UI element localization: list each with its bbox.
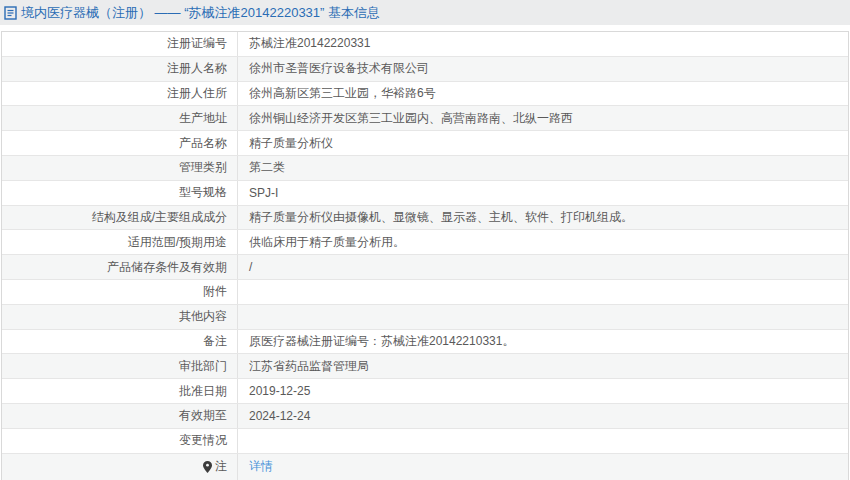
row-label-text: 注册人住所 xyxy=(167,85,227,102)
row-label-text: 生产地址 xyxy=(179,110,227,127)
row-value-text: 徐州高新区第三工业园，华裕路6号 xyxy=(249,85,436,102)
row-value: 详情 xyxy=(238,454,848,480)
row-label: 变更情况 xyxy=(2,429,238,453)
table-row: 注册人名称徐州市圣普医疗设备技术有限公司 xyxy=(2,57,848,82)
row-label-text: 产品储存条件及有效期 xyxy=(107,259,227,276)
table-row: 产品名称精子质量分析仪 xyxy=(2,131,848,156)
row-label-text: 注 xyxy=(215,458,227,475)
row-label-text: 结构及组成/主要组成成分 xyxy=(92,209,227,226)
row-value-text: 2024-12-24 xyxy=(249,409,310,423)
row-value: 苏械注准20142220331 xyxy=(238,32,848,56)
row-value: / xyxy=(238,255,848,279)
table-row: 变更情况 xyxy=(2,429,848,454)
detail-link[interactable]: 详情 xyxy=(249,458,273,475)
row-value: 2019-12-25 xyxy=(238,379,848,403)
row-value xyxy=(238,305,848,329)
row-label-text: 注册证编号 xyxy=(167,35,227,52)
row-value: SPJ-I xyxy=(238,181,848,205)
registration-info-table: 注册证编号苏械注准20142220331注册人名称徐州市圣普医疗设备技术有限公司… xyxy=(1,31,849,480)
row-label-text: 变更情况 xyxy=(179,432,227,449)
row-label-text: 注册人名称 xyxy=(167,60,227,77)
row-label: 型号规格 xyxy=(2,181,238,205)
table-row: 批准日期2019-12-25 xyxy=(2,379,848,404)
row-value: 徐州市圣普医疗设备技术有限公司 xyxy=(238,57,848,81)
row-value: 2024-12-24 xyxy=(238,404,848,428)
row-label: 适用范围/预期用途 xyxy=(2,230,238,254)
table-row: 注册证编号苏械注准20142220331 xyxy=(2,32,848,57)
row-value-text: 供临床用于精子质量分析用。 xyxy=(249,234,405,251)
row-label: 注册人住所 xyxy=(2,82,238,106)
row-value: 江苏省药品监督管理局 xyxy=(238,354,848,378)
row-label: 批准日期 xyxy=(2,379,238,403)
table-row: 适用范围/预期用途供临床用于精子质量分析用。 xyxy=(2,230,848,255)
row-label-text: 附件 xyxy=(203,283,227,300)
table-row: 注详情 xyxy=(2,454,848,480)
row-value: 精子质量分析仪 xyxy=(238,131,848,155)
row-value xyxy=(238,280,848,304)
row-value: 徐州高新区第三工业园，华裕路6号 xyxy=(238,82,848,106)
row-label-text: 有效期至 xyxy=(179,407,227,424)
row-label: 审批部门 xyxy=(2,354,238,378)
row-label: 注册证编号 xyxy=(2,32,238,56)
row-label-text: 适用范围/预期用途 xyxy=(128,234,227,251)
row-label: 结构及组成/主要组成成分 xyxy=(2,206,238,230)
table-row: 产品储存条件及有效期/ xyxy=(2,255,848,280)
row-value: 供临床用于精子质量分析用。 xyxy=(238,230,848,254)
table-row: 有效期至2024-12-24 xyxy=(2,404,848,429)
page-title-text: 境内医疗器械（注册） —— “苏械注准20142220331” 基本信息 xyxy=(21,4,380,22)
row-value-text: 徐州铜山经济开发区第三工业园内、高营南路南、北纵一路西 xyxy=(249,110,573,127)
table-row: 审批部门江苏省药品监督管理局 xyxy=(2,354,848,379)
row-label-text: 其他内容 xyxy=(179,308,227,325)
row-value: 徐州铜山经济开发区第三工业园内、高营南路南、北纵一路西 xyxy=(238,106,848,130)
row-label: 有效期至 xyxy=(2,404,238,428)
table-row: 备注原医疗器械注册证编号：苏械注准20142210331。 xyxy=(2,330,848,355)
row-value-text: 精子质量分析仪由摄像机、显微镜、显示器、主机、软件、打印机组成。 xyxy=(249,209,633,226)
row-label-text: 备注 xyxy=(203,333,227,350)
registration-info-page: 境内医疗器械（注册） —— “苏械注准20142220331” 基本信息 注册证… xyxy=(0,0,850,480)
row-value xyxy=(238,429,848,453)
row-label: 注册人名称 xyxy=(2,57,238,81)
table-row: 其他内容 xyxy=(2,305,848,330)
table-row: 附件 xyxy=(2,280,848,305)
row-label-text: 批准日期 xyxy=(179,383,227,400)
row-value-text: 江苏省药品监督管理局 xyxy=(249,358,369,375)
row-label: 附件 xyxy=(2,280,238,304)
row-label: 产品储存条件及有效期 xyxy=(2,255,238,279)
row-value-text: 第二类 xyxy=(249,159,285,176)
row-value: 原医疗器械注册证编号：苏械注准20142210331。 xyxy=(238,330,848,354)
row-label-text: 管理类别 xyxy=(179,159,227,176)
row-value: 第二类 xyxy=(238,156,848,180)
page-title: 境内医疗器械（注册） —— “苏械注准20142220331” 基本信息 xyxy=(4,4,380,22)
row-label: 其他内容 xyxy=(2,305,238,329)
row-label-text: 审批部门 xyxy=(179,358,227,375)
row-label: 生产地址 xyxy=(2,106,238,130)
table-row: 管理类别第二类 xyxy=(2,156,848,181)
row-label: 管理类别 xyxy=(2,156,238,180)
row-label: 备注 xyxy=(2,330,238,354)
row-value-text: 苏械注准20142220331 xyxy=(249,35,370,52)
table-row: 生产地址徐州铜山经济开发区第三工业园内、高营南路南、北纵一路西 xyxy=(2,106,848,131)
row-value-text: 原医疗器械注册证编号：苏械注准20142210331。 xyxy=(249,333,514,350)
table-row: 型号规格SPJ-I xyxy=(2,181,848,206)
document-icon xyxy=(4,6,17,20)
row-label: 产品名称 xyxy=(2,131,238,155)
row-value-text: / xyxy=(249,260,252,274)
row-value-text: SPJ-I xyxy=(249,186,278,200)
row-label-text: 产品名称 xyxy=(179,135,227,152)
row-label-text: 型号规格 xyxy=(179,184,227,201)
pin-icon xyxy=(203,461,212,473)
row-value-text: 精子质量分析仪 xyxy=(249,135,333,152)
table-row: 注册人住所徐州高新区第三工业园，华裕路6号 xyxy=(2,82,848,107)
row-label: 注 xyxy=(2,454,238,480)
row-value-text: 2019-12-25 xyxy=(249,384,310,398)
table-row: 结构及组成/主要组成成分精子质量分析仪由摄像机、显微镜、显示器、主机、软件、打印… xyxy=(2,206,848,231)
page-header: 境内医疗器械（注册） —— “苏械注准20142220331” 基本信息 xyxy=(0,0,850,25)
row-value: 精子质量分析仪由摄像机、显微镜、显示器、主机、软件、打印机组成。 xyxy=(238,206,848,230)
row-value-text: 徐州市圣普医疗设备技术有限公司 xyxy=(249,60,429,77)
